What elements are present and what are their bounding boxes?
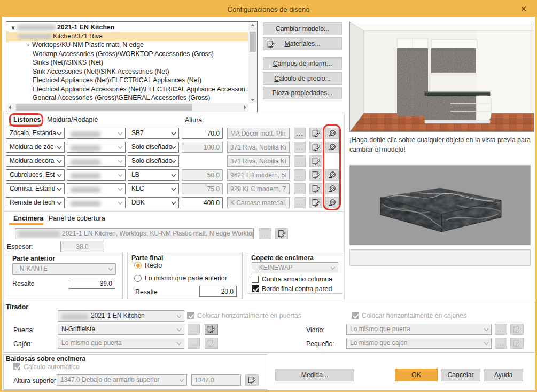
checkbox-checked-icon[interactable] bbox=[187, 312, 194, 319]
check-calculo-automatico[interactable]: Cálculo automático bbox=[13, 363, 80, 371]
horizontal-scroll-thumb[interactable] bbox=[16, 104, 192, 111]
strip-tape-measure-button[interactable] bbox=[325, 183, 339, 194]
copete-select[interactable]: _KEINEWAP bbox=[252, 262, 338, 273]
handle-model-select[interactable]: 2021-1 EN Kitchen bbox=[58, 310, 184, 322]
materials-button[interactable]: Materiales... bbox=[263, 37, 342, 50]
strip-catalog-select[interactable] bbox=[67, 197, 126, 208]
price-calculation-button[interactable]: Cálculo de precio... bbox=[263, 72, 342, 85]
radio-recto[interactable]: Recto bbox=[134, 262, 162, 269]
checkbox-checked-icon[interactable] bbox=[13, 363, 20, 370]
puerta-material-picker-button[interactable] bbox=[205, 324, 218, 335]
cancel-button[interactable]: Cancelar bbox=[441, 369, 480, 381]
tree-horizontal-scrollbar[interactable] bbox=[6, 103, 248, 112]
strip-profile-select[interactable]: KLC bbox=[128, 183, 179, 194]
tab-listones[interactable]: Listones bbox=[13, 116, 41, 123]
tree-item[interactable]: Kitchen\371 Riva bbox=[6, 32, 248, 41]
puerta-more-button[interactable]: ... bbox=[188, 324, 200, 335]
strip-type-select[interactable]: Moldura de zóc bbox=[6, 142, 65, 153]
strip-catalog-select[interactable] bbox=[67, 169, 126, 181]
puerta-select[interactable]: N-Griffleiste bbox=[58, 324, 184, 335]
pequeno-select[interactable]: Lo mismo que cajón bbox=[346, 338, 492, 349]
medida-button[interactable]: Medida... bbox=[275, 369, 354, 381]
scroll-down-icon[interactable] bbox=[251, 99, 255, 101]
checkbox-checked-icon[interactable] bbox=[352, 312, 359, 319]
worktop-more-button[interactable]: ... bbox=[259, 228, 271, 239]
tab-encimera[interactable]: Encimera bbox=[13, 215, 43, 222]
strip-height-input[interactable] bbox=[182, 169, 223, 181]
check-horizontal-puertas[interactable]: Colocar horizontalmente en puertas bbox=[187, 312, 301, 319]
check-horizontal-cajones[interactable]: Colocar horizontalmente en cajones bbox=[352, 312, 466, 319]
strip-type-select[interactable]: Remate de tech bbox=[6, 197, 65, 208]
tab-moldura-rodapie[interactable]: Moldura/Rodapié bbox=[47, 116, 98, 123]
resalte-anterior-input[interactable] bbox=[69, 278, 115, 289]
strip-profile-select[interactable]: Solo diseñado bbox=[128, 155, 179, 167]
pequeno-more-button[interactable]: ... bbox=[495, 338, 507, 349]
strip-type-select[interactable]: Cornisa, Estánd bbox=[6, 183, 65, 194]
strip-height-input[interactable] bbox=[182, 142, 223, 153]
tree-item[interactable]: Sinks (Net)\SINKS (Net) bbox=[6, 58, 248, 67]
vidrio-select[interactable]: Lo mismo que puerta bbox=[346, 324, 492, 335]
strip-material-picker-button[interactable] bbox=[309, 142, 322, 153]
checkbox-checked-icon[interactable] bbox=[252, 285, 259, 292]
radio-selected-icon[interactable] bbox=[134, 262, 142, 269]
pequeno-material-picker-button[interactable] bbox=[510, 338, 524, 349]
cajon-more-button[interactable]: ... bbox=[188, 338, 200, 349]
strip-height-input[interactable] bbox=[182, 197, 223, 208]
tree-item[interactable]: Electrical Appliance Accessories (Net)\E… bbox=[6, 85, 248, 94]
info-fields-button[interactable]: Campos de inform... bbox=[263, 57, 342, 70]
strip-catalog-select[interactable] bbox=[67, 128, 126, 139]
kitchen-preview[interactable] bbox=[349, 22, 534, 132]
vertical-scroll-thumb[interactable] bbox=[250, 32, 256, 52]
tree-item[interactable]: ∨2021-1 EN Kitchen bbox=[6, 23, 248, 32]
tree-expander-icon[interactable]: ∨ bbox=[9, 23, 17, 32]
help-button[interactable]: Ayuda bbox=[484, 369, 523, 381]
strip-more-button[interactable]: ... bbox=[294, 155, 306, 167]
strip-profile-select[interactable]: DBK bbox=[128, 197, 179, 208]
tree-item[interactable]: Sink Accessories (Net)\SINK Accessories … bbox=[6, 67, 248, 76]
tree-item[interactable]: Worktop Accessories (Gross)\WORKTOP Acce… bbox=[6, 50, 248, 59]
altura-superior-select[interactable]: 1347.0 Debajo de armario superior bbox=[57, 374, 187, 386]
strip-more-button[interactable]: ... bbox=[294, 183, 306, 194]
strip-material-picker-button[interactable] bbox=[309, 155, 322, 167]
vidrio-material-picker-button[interactable] bbox=[510, 324, 524, 335]
strip-more-button[interactable]: ... bbox=[294, 197, 306, 208]
vidrio-more-button[interactable]: ... bbox=[495, 324, 507, 335]
strip-height-input[interactable] bbox=[182, 128, 223, 139]
strip-tape-measure-button[interactable] bbox=[325, 197, 339, 208]
tree-item[interactable]: General Accessories (Gross)\GENERAL Acce… bbox=[6, 93, 248, 103]
strip-profile-select[interactable]: Solo diseñado bbox=[128, 142, 179, 153]
material-preview[interactable] bbox=[349, 165, 531, 245]
tab-panel-cobertura[interactable]: Panel de cobertura bbox=[49, 215, 105, 222]
radio-unselected-icon[interactable] bbox=[134, 275, 142, 282]
change-model-button[interactable]: Cambiar modelo... bbox=[263, 22, 342, 35]
strip-height-input[interactable] bbox=[182, 183, 223, 194]
strip-material-picker-button[interactable] bbox=[309, 183, 322, 194]
front-edge-select[interactable]: _N-KANTE bbox=[12, 263, 116, 275]
strip-material-picker-button[interactable] bbox=[309, 197, 322, 208]
strip-tape-measure-button[interactable] bbox=[325, 169, 339, 181]
tree-vertical-scrollbar[interactable] bbox=[248, 22, 257, 103]
checkbox-unchecked-icon[interactable] bbox=[252, 276, 259, 283]
strip-type-select[interactable]: Cubreluces, Est bbox=[6, 169, 65, 181]
strip-material-picker-button[interactable] bbox=[309, 169, 322, 181]
strip-profile-select[interactable]: SB7 bbox=[128, 128, 179, 139]
ok-button[interactable]: OK bbox=[395, 369, 438, 381]
part-properties-button[interactable]: Pieza-propiedades... bbox=[263, 87, 342, 99]
close-icon[interactable]: ✕ bbox=[518, 4, 529, 14]
tree-expander-icon[interactable]: › bbox=[24, 41, 32, 49]
strip-more-button[interactable]: ... bbox=[294, 169, 306, 181]
strip-more-button[interactable]: ... bbox=[294, 142, 306, 153]
strip-tape-measure-button[interactable] bbox=[325, 142, 339, 153]
cajon-select[interactable]: Lo mismo que puerta bbox=[58, 338, 184, 349]
strip-catalog-select[interactable] bbox=[67, 183, 126, 194]
scroll-up-icon[interactable] bbox=[251, 24, 255, 26]
baldosas-material-picker-button[interactable] bbox=[245, 374, 259, 386]
strip-more-button[interactable]: ... bbox=[294, 128, 306, 139]
strip-catalog-select[interactable] bbox=[67, 155, 126, 167]
strip-catalog-select[interactable] bbox=[67, 142, 126, 153]
scroll-left-icon[interactable] bbox=[9, 105, 11, 109]
radio-lo-mismo[interactable]: Lo mismo que parte anterior bbox=[134, 275, 227, 282]
worktop-material-picker-button[interactable] bbox=[275, 228, 288, 239]
strip-type-select[interactable]: Zócalo, Estánda bbox=[6, 128, 65, 139]
resalte-final-input[interactable] bbox=[199, 286, 237, 297]
